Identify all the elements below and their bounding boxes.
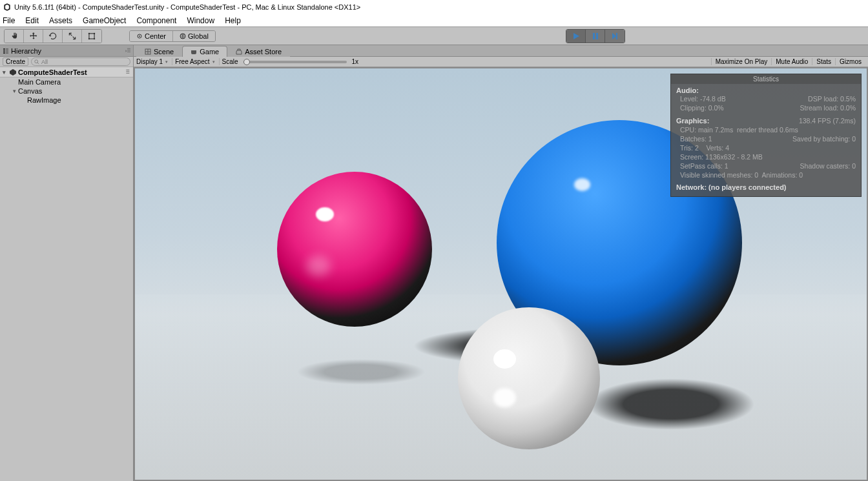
unity-scene-icon — [10, 69, 16, 76]
menu-file[interactable]: File — [3, 16, 15, 25]
stats-audio-level: Level: -74.8 dB — [680, 94, 726, 103]
scene-context-icon[interactable] — [124, 69, 130, 76]
svg-point-3 — [88, 37, 90, 39]
tab-scene[interactable]: Scene — [136, 46, 182, 57]
main-toolbar: Center Global — [0, 27, 868, 45]
menu-assets[interactable]: Assets — [49, 16, 72, 25]
stats-audio-heading: Audio: — [676, 87, 856, 94]
stats-title: Statistics — [671, 74, 861, 84]
search-icon — [34, 59, 39, 65]
svg-rect-9 — [596, 33, 598, 39]
svg-rect-0 — [89, 33, 94, 38]
scale-tool[interactable] — [63, 30, 82, 43]
stats-screen: Screen: 1136x632 - 8.2 MB — [680, 152, 763, 161]
menu-window[interactable]: Window — [187, 16, 214, 25]
tab-asset-store[interactable]: Asset Store — [227, 46, 290, 57]
menu-component[interactable]: Component — [136, 16, 176, 25]
pivot-global-button[interactable]: Global — [173, 31, 215, 41]
rendered-scene: Statistics Audio: Level: -74.8 dBDSP loa… — [135, 68, 867, 480]
pivot-center-button[interactable]: Center — [130, 31, 173, 41]
svg-rect-12 — [3, 50, 5, 52]
rect-tool[interactable] — [82, 30, 101, 43]
display-dropdown[interactable]: Display 1 — [136, 58, 172, 65]
svg-point-2 — [94, 32, 95, 34]
menu-edit[interactable]: Edit — [25, 16, 39, 25]
game-viewport: Statistics Audio: Level: -74.8 dBDSP loa… — [134, 67, 868, 481]
aspect-dropdown[interactable]: Free Aspect — [175, 58, 219, 65]
svg-rect-14 — [127, 48, 130, 48]
create-dropdown[interactable]: Create — [3, 57, 28, 66]
hierarchy-item-rawimage[interactable]: RawImage — [0, 96, 133, 105]
view-tabs: Scene Game Asset Store — [134, 45, 868, 57]
stats-graphics-heading: Graphics: — [676, 116, 709, 125]
scale-label: Scale — [222, 58, 238, 65]
statistics-overlay: Statistics Audio: Level: -74.8 dBDSP loa… — [670, 74, 862, 197]
window-titlebar: Unity 5.6.1f1 (64bit) - ComputeShaderTes… — [0, 0, 868, 14]
mute-audio-toggle[interactable]: Mute Audio — [771, 58, 812, 65]
svg-rect-13 — [3, 52, 5, 54]
pink-sphere — [277, 172, 432, 327]
pivot-toggle-group: Center Global — [129, 30, 216, 42]
pause-button[interactable] — [586, 30, 605, 43]
main-menubar: File Edit Assets GameObject Component Wi… — [0, 14, 868, 27]
foldout-icon[interactable]: ▾ — [3, 69, 8, 76]
svg-rect-20 — [126, 72, 129, 73]
svg-rect-15 — [127, 50, 130, 50]
svg-rect-16 — [127, 51, 130, 52]
rotate-tool[interactable] — [43, 30, 63, 43]
stats-fps: 138.4 FPS (7.2ms) — [799, 116, 856, 125]
svg-rect-19 — [126, 71, 129, 72]
stats-skinned: Visible skinned meshes: 0 Animations: 0 — [680, 170, 803, 179]
hand-tool[interactable] — [5, 30, 24, 43]
transform-tool-group — [4, 29, 102, 43]
asset-store-tab-icon — [236, 48, 242, 55]
gizmos-dropdown[interactable]: Gizmos — [835, 58, 865, 65]
panel-context-icon[interactable] — [124, 48, 130, 54]
hierarchy-icon — [3, 48, 9, 54]
game-tab-icon — [191, 48, 197, 55]
window-title: Unity 5.6.1f1 (64bit) - ComputeShaderTes… — [14, 3, 360, 11]
scale-value: 1x — [352, 58, 359, 65]
svg-rect-11 — [3, 48, 5, 50]
white-sphere — [458, 307, 600, 449]
stats-batches: Batches: 1 — [680, 134, 712, 143]
stats-network-heading: Network: (no players connected) — [676, 183, 856, 191]
svg-point-6 — [139, 36, 140, 37]
hierarchy-item-canvas[interactable]: ▾Canvas — [0, 87, 133, 96]
step-button[interactable] — [605, 30, 625, 43]
hierarchy-header[interactable]: Hierarchy — [0, 45, 133, 57]
main-workspace: Hierarchy Create All ▾ ComputeShaderTest… — [0, 45, 868, 481]
play-button[interactable] — [566, 30, 586, 43]
stats-setpass: SetPass calls: 1 — [680, 161, 728, 170]
move-tool[interactable] — [24, 30, 43, 43]
svg-rect-18 — [126, 69, 129, 70]
svg-point-1 — [88, 32, 90, 34]
stats-tris-verts: Tris: 2 Verts: 4 — [680, 143, 729, 152]
stats-audio-dsp: DSP load: 0.5% — [808, 94, 856, 103]
scene-tab-icon — [145, 48, 151, 55]
stats-saved-batching: Saved by batching: 0 — [792, 134, 856, 143]
stats-audio-clipping: Clipping: 0.0% — [680, 103, 724, 112]
hierarchy-search-input[interactable]: All — [31, 57, 130, 66]
game-view-toolbar: Display 1 Free Aspect Scale 1x Maximize … — [134, 57, 868, 67]
hierarchy-panel: Hierarchy Create All ▾ ComputeShaderTest… — [0, 45, 134, 481]
playback-controls — [566, 29, 625, 43]
stats-shadow-casters: Shadow casters: 0 — [800, 161, 856, 170]
hierarchy-toolbar: Create All — [0, 57, 133, 67]
hierarchy-item-main-camera[interactable]: Main Camera — [0, 77, 133, 87]
svg-point-4 — [94, 37, 95, 39]
center-view-panel: Scene Game Asset Store Display 1 Free As… — [134, 45, 868, 481]
tab-game[interactable]: Game — [182, 46, 227, 57]
foldout-icon[interactable]: ▾ — [13, 88, 18, 94]
hierarchy-scene-row[interactable]: ▾ ComputeShaderTest — [0, 67, 133, 77]
stats-cpu: CPU: main 7.2ms render thread 0.6ms — [680, 125, 798, 134]
unity-logo-icon — [3, 3, 12, 12]
svg-rect-10 — [616, 33, 617, 39]
maximize-on-play-toggle[interactable]: Maximize On Play — [711, 58, 772, 65]
stats-audio-stream: Stream load: 0.0% — [800, 103, 856, 112]
svg-rect-8 — [593, 33, 595, 39]
stats-toggle[interactable]: Stats — [812, 58, 835, 65]
scale-slider[interactable] — [243, 61, 347, 63]
menu-gameobject[interactable]: GameObject — [83, 16, 126, 25]
menu-help[interactable]: Help — [225, 16, 241, 25]
